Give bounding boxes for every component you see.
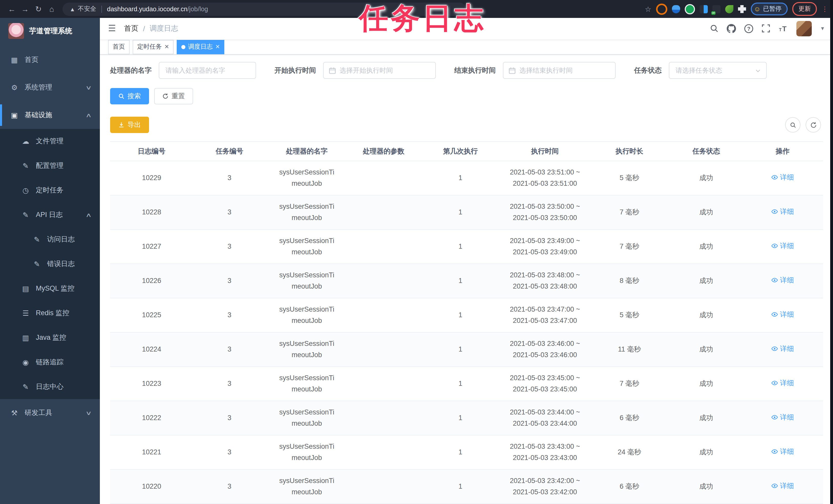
sidebar-item-12[interactable]: ◉ 链路追踪	[0, 350, 100, 375]
detail-link[interactable]: 详细	[771, 172, 794, 183]
sidebar-item-label: Redis 监控	[36, 308, 100, 318]
cell-job-id: 3	[193, 332, 266, 367]
sidebar-item-6[interactable]: ✎ API 日志 ∧	[0, 203, 100, 227]
tab-0[interactable]: 首页	[108, 40, 129, 54]
cell-param	[348, 229, 420, 264]
cell-count: 1	[420, 470, 501, 504]
detail-link[interactable]: 详细	[771, 206, 794, 218]
start-time-input[interactable]: 选择开始执行时间	[323, 62, 436, 79]
export-button[interactable]: 导出	[110, 117, 149, 133]
extension-icon[interactable]	[672, 5, 680, 13]
sidebar-item-3[interactable]: ☁ 文件管理	[0, 129, 100, 153]
sidebar-item-1[interactable]: ⚙ 系统管理 ∨	[0, 74, 100, 101]
cell-duration: 7 毫秒	[589, 195, 670, 229]
cell-job-id: 3	[193, 401, 266, 435]
detail-link[interactable]: 详细	[771, 378, 794, 389]
detail-link[interactable]: 详细	[771, 241, 794, 252]
github-icon[interactable]	[727, 24, 736, 33]
cell-duration: 7 毫秒	[589, 367, 670, 401]
sidebar-item-5[interactable]: ◷ 定时任务	[0, 178, 100, 203]
sidebar-item-label: 日志中心	[36, 382, 100, 392]
end-time-input[interactable]: 选择结束执行时间	[503, 62, 616, 79]
search-button[interactable]: 搜索	[110, 88, 149, 104]
cell-action: 详细	[742, 470, 823, 504]
sidebar-item-2[interactable]: ▣ 基础设施 ∧	[0, 101, 100, 129]
browser-update-button[interactable]: 更新	[792, 2, 817, 16]
refresh-table-button[interactable]	[806, 117, 821, 132]
sidebar-item-11[interactable]: ▥ Java 监控	[0, 325, 100, 350]
cell-time: 2021-05-03 23:47:00 ~2021-05-03 23:47:00	[501, 298, 589, 332]
extension-icon[interactable]	[725, 5, 733, 13]
detail-link[interactable]: 详细	[771, 343, 794, 355]
extension-icon[interactable]	[699, 5, 708, 13]
handler-name-input[interactable]: 请输入处理器的名字	[159, 62, 256, 79]
edit-icon: ✎	[22, 162, 30, 170]
app-logo-row[interactable]: 芋道管理系统	[0, 18, 100, 44]
fullscreen-icon[interactable]	[762, 24, 770, 33]
monitor-icon: ▣	[10, 111, 19, 119]
cell-log-id: 10220	[110, 470, 193, 504]
extension-icon[interactable]	[656, 3, 667, 15]
cell-status: 成功	[670, 161, 742, 195]
sidebar: 芋道管理系统 ▦ 首页 ⚙ 系统管理 ∨ ▣ 基础设施 ∧ ☁ 文件管理 ✎ 配…	[0, 18, 100, 504]
cell-log-id: 10222	[110, 401, 193, 435]
handler-name-label: 处理器的名字	[110, 66, 151, 75]
sidebar-item-label: 配置管理	[36, 161, 100, 170]
log-icon: ✎	[33, 260, 41, 268]
sidebar-item-8[interactable]: ✎ 错误日志	[0, 252, 100, 276]
browser-forward-icon[interactable]: →	[19, 5, 32, 13]
extension-icon[interactable]	[685, 4, 695, 14]
cell-action: 详细	[742, 332, 823, 367]
font-size-icon[interactable]: TT	[779, 24, 788, 33]
search-button-label: 搜索	[127, 92, 141, 101]
chevron-down-icon[interactable]: ▼	[820, 26, 825, 31]
bookmark-star-icon[interactable]: ☆	[645, 5, 651, 13]
column-header: 执行时间	[501, 142, 589, 161]
cell-action: 详细	[742, 264, 823, 298]
sidebar-item-9[interactable]: ▤ MySQL 监控	[0, 276, 100, 301]
tab-2[interactable]: 调度日志 ✕	[177, 40, 224, 54]
cell-handler: sysUserSessionTimeoutJob	[266, 470, 348, 504]
chevron-up-icon: ∧	[85, 211, 92, 218]
sidebar-item-4[interactable]: ✎ 配置管理	[0, 153, 100, 178]
cell-count: 1	[420, 367, 501, 401]
cell-param	[348, 298, 420, 332]
address-bar[interactable]: ▲ 不安全 dashboard.yudao.iocoder.cn /job/lo…	[63, 2, 466, 16]
cell-handler: sysUserSessionTimeoutJob	[266, 298, 348, 332]
help-icon[interactable]: ?	[744, 24, 753, 33]
sidebar-toggle-icon[interactable]: ☰	[108, 23, 116, 34]
browser-reload-icon[interactable]: ↻	[32, 4, 45, 14]
browser-menu-kebab-icon[interactable]: ⋮	[822, 5, 828, 13]
browser-home-icon[interactable]: ⌂	[45, 5, 58, 13]
tab-1[interactable]: 定时任务 ✕	[133, 40, 174, 54]
sidebar-item-14[interactable]: ⚒ 研发工具 ∨	[0, 399, 100, 427]
cell-status: 成功	[670, 332, 742, 367]
close-icon[interactable]: ✕	[164, 44, 169, 50]
breadcrumb-home[interactable]: 首页	[124, 24, 139, 33]
detail-link[interactable]: 详细	[771, 412, 794, 423]
sidebar-menu: ▦ 首页 ⚙ 系统管理 ∨ ▣ 基础设施 ∧ ☁ 文件管理 ✎ 配置管理 ◷ 定…	[0, 46, 100, 427]
reset-button[interactable]: 重置	[154, 88, 193, 104]
cell-log-id: 10226	[110, 264, 193, 298]
browser-profile-chip[interactable]: ☺ 已暂停	[751, 3, 788, 15]
job-status-select[interactable]: 请选择任务状态	[669, 62, 767, 79]
extensions-puzzle-icon[interactable]	[738, 5, 746, 13]
sidebar-item-10[interactable]: ☰ Redis 监控	[0, 301, 100, 325]
search-icon[interactable]	[710, 24, 718, 33]
detail-link[interactable]: 详细	[771, 275, 794, 286]
close-icon[interactable]: ✕	[215, 44, 220, 50]
sidebar-item-0[interactable]: ▦ 首页	[0, 46, 100, 74]
sidebar-item-7[interactable]: ✎ 访问日志	[0, 227, 100, 252]
eye-icon	[771, 311, 778, 318]
reset-button-label: 重置	[171, 92, 185, 101]
user-avatar[interactable]	[796, 21, 812, 36]
toggle-search-button[interactable]	[785, 117, 801, 132]
extension-icon[interactable]: on	[712, 5, 720, 13]
detail-link[interactable]: 详细	[771, 309, 794, 320]
cell-time: 2021-05-03 23:42:00 ~2021-05-03 23:42:00	[501, 470, 589, 504]
detail-link[interactable]: 详细	[771, 446, 794, 457]
sidebar-item-13[interactable]: ✎ 日志中心	[0, 375, 100, 399]
handler-name: sysUserSessionTimeoutJob	[277, 407, 337, 429]
browser-back-icon[interactable]: ←	[5, 5, 19, 13]
detail-link[interactable]: 详细	[771, 480, 794, 492]
